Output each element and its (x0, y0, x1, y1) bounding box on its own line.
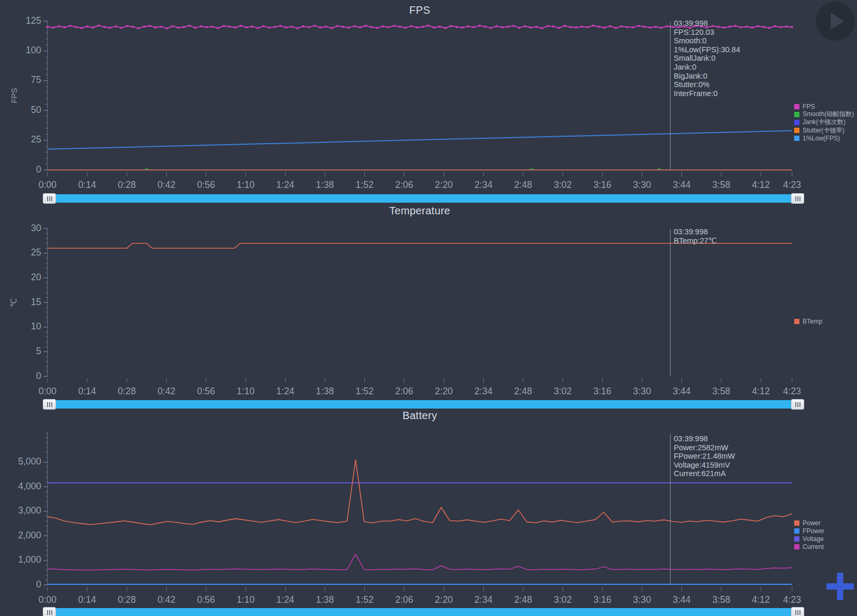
legend-swatch (794, 520, 799, 526)
series-marker-fps (200, 25, 202, 27)
series-marker-fps (308, 26, 310, 28)
series-marker-fps (393, 25, 395, 27)
series-marker-fps (547, 25, 549, 27)
series-marker-fps (524, 25, 526, 27)
x-tick-label: 0:28 (118, 594, 136, 605)
scrollbar-range-track[interactable] (55, 194, 792, 203)
series-marker-fps (149, 25, 151, 27)
series-marker-fps (677, 26, 680, 28)
x-tick-label: 1:52 (355, 179, 373, 190)
x-tick-label: 1:38 (316, 179, 334, 190)
series-marker-fps (92, 26, 94, 29)
series-marker-fps (194, 27, 196, 29)
scrollbar-left-handle[interactable] (43, 607, 56, 616)
series-marker-fps (609, 25, 611, 27)
legend-item[interactable]: Power (794, 519, 824, 527)
scrollbar-temperature[interactable] (43, 399, 804, 410)
series-marker-fps (717, 26, 719, 28)
grip-line (47, 610, 48, 615)
x-tick-label: 3:44 (673, 594, 691, 605)
legend-swatch (794, 112, 799, 117)
legend-item[interactable]: Voltage (794, 535, 824, 543)
series-marker-fps (581, 25, 583, 27)
x-tick-label: 0:14 (78, 179, 96, 190)
scrollbar-right-handle[interactable] (791, 193, 804, 204)
x-tick-label: 4:12 (752, 179, 770, 190)
x-tick-label: 4:23 (783, 386, 801, 396)
series-marker-fps (98, 24, 100, 26)
grip-line (49, 402, 50, 407)
scrollbar-right-handle[interactable] (791, 607, 804, 616)
series-marker-fps (325, 25, 327, 27)
series-marker-fps (598, 26, 600, 28)
x-tick-label: 0:42 (157, 594, 175, 605)
chart-battery: 01,0002,0003,0004,0005,0000:000:140:280:… (18, 433, 801, 605)
series-marker-fps (115, 25, 117, 27)
legend-label: Power (803, 519, 821, 527)
play-button[interactable] (816, 2, 855, 41)
x-tick-label: 1:24 (276, 179, 294, 190)
x-tick-label: 1:24 (276, 386, 294, 396)
legend-item[interactable]: Current (794, 543, 824, 551)
series-marker-fps (563, 25, 566, 27)
chart-temperature: 0510152025300:000:140:280:420:561:101:24… (31, 223, 802, 396)
series-marker-fps (137, 27, 139, 29)
series-marker-fps (501, 26, 503, 29)
scrollbar-left-handle[interactable] (43, 193, 56, 204)
legend-item[interactable]: 1%Low(FPS) (794, 135, 854, 143)
series-marker-fps (660, 27, 662, 29)
legend-item[interactable]: BTemp (794, 317, 822, 325)
legend-label: FPower (803, 527, 824, 535)
y-tick-label: 50 (31, 105, 42, 115)
series-marker-fps (382, 25, 384, 27)
series-marker-fps (552, 25, 554, 27)
legend-item[interactable]: FPower (794, 527, 824, 535)
series-marker-fps (473, 26, 475, 28)
series-marker-fps (421, 26, 423, 28)
legend-label: Voltage (803, 535, 824, 543)
series-line-fps (48, 25, 792, 29)
legend-swatch (794, 120, 799, 125)
series-marker-fps (507, 26, 509, 28)
x-tick-label: 3:58 (712, 179, 730, 190)
series-marker-fps (632, 26, 634, 29)
x-tick-label: 0:00 (39, 594, 56, 605)
y-tick-label: 4,000 (18, 481, 41, 491)
series-marker-fps (478, 24, 481, 26)
y-tick-label: 125 (26, 15, 41, 26)
grip-line (795, 196, 796, 201)
series-marker-fps (456, 26, 458, 28)
x-tick-label: 1:38 (316, 594, 334, 605)
scrollbar-left-handle[interactable] (43, 399, 56, 410)
x-tick-label: 2:06 (395, 594, 413, 605)
chart-title-battery: Battery (48, 410, 792, 422)
series-marker-fps (427, 24, 429, 26)
scrollbar-battery[interactable] (43, 607, 804, 616)
scrollbar-range-track[interactable] (55, 400, 792, 409)
legend-item[interactable]: FPS (794, 102, 854, 110)
legend-item[interactable]: Jank(卡顿次数) (794, 118, 854, 126)
x-tick-label: 0:42 (157, 386, 175, 396)
series-marker-fps (489, 27, 492, 29)
series-marker-fps (285, 26, 287, 29)
y-tick-label: 1,000 (18, 554, 41, 565)
series-marker-fps (740, 26, 742, 29)
x-tick-label: 3:02 (554, 386, 572, 396)
legend-item[interactable]: Stutter(卡顿率) (794, 127, 854, 135)
plus-icon[interactable] (837, 573, 843, 600)
charts-canvas[interactable]: 02550751001250:000:140:280:420:561:101:2… (0, 0, 857, 616)
grip-line (799, 196, 801, 201)
scrollbar-range-track[interactable] (55, 608, 792, 616)
x-tick-label: 0:56 (197, 179, 215, 190)
legend-swatch (794, 319, 799, 324)
series-marker-fps (376, 27, 378, 29)
grip-line (795, 610, 796, 615)
legend-swatch (794, 528, 799, 534)
series-marker-fps (683, 25, 685, 27)
legend-item[interactable]: Smooth(稳帧指数) (794, 110, 854, 118)
grip-line (51, 196, 52, 201)
scrollbar-fps[interactable] (43, 193, 804, 204)
scrollbar-right-handle[interactable] (791, 399, 804, 410)
chart-title-temperature: Temperature (48, 205, 792, 217)
series-marker-fps (246, 26, 248, 29)
